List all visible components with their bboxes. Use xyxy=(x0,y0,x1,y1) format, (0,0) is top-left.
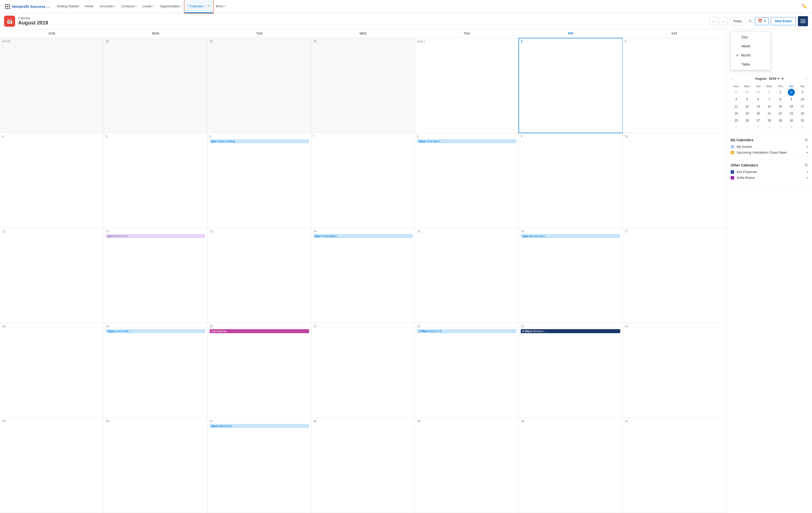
calendar-cell[interactable]: 17 xyxy=(622,228,726,323)
calendar-cell[interactable]: 161pm Annual repor... xyxy=(519,228,622,323)
cal-item-chevron[interactable]: ▾ xyxy=(807,151,808,154)
calendar-cell[interactable]: 21 xyxy=(311,323,415,418)
mini-cal-day[interactable]: 4 xyxy=(733,96,740,103)
calendar-cell[interactable]: 29 xyxy=(104,38,208,133)
calendar-cell[interactable]: 30 xyxy=(519,418,622,513)
calendar-event[interactable]: 2pm Team meeting xyxy=(210,139,309,143)
calendar-event[interactable]: 10am Block time: ... xyxy=(210,424,309,428)
mini-cal-day[interactable]: 3 xyxy=(799,89,806,96)
calendar-cell[interactable]: 29 xyxy=(415,418,519,513)
calendar-cell[interactable]: Aug 1 xyxy=(415,38,519,133)
calendar-cell[interactable]: 28 xyxy=(311,418,415,513)
calendar-cell[interactable]: 10 xyxy=(622,133,726,228)
calendar-cell[interactable]: 25 xyxy=(0,418,104,513)
mini-cal-day[interactable]: 8 xyxy=(777,96,784,103)
calendar-event[interactable]: 1pm Annual repor... xyxy=(521,234,620,238)
mini-cal-day[interactable]: 7 xyxy=(766,96,773,103)
mini-cal-day[interactable]: 31 xyxy=(799,117,806,124)
calendar-cell[interactable]: 30 xyxy=(208,38,311,133)
cal-item-chevron[interactable]: ▾ xyxy=(807,170,808,174)
calendar-cell[interactable]: 5 xyxy=(104,133,208,228)
calendar-event[interactable]: 7:30am Early in! E... xyxy=(417,329,517,333)
other-calendars-gear[interactable]: ⚙ xyxy=(805,163,808,167)
mini-cal-day[interactable]: 20 xyxy=(755,110,762,117)
mini-cal-day[interactable]: 9 xyxy=(788,96,795,103)
mini-cal-day[interactable]: 2 xyxy=(788,89,795,96)
mini-cal-day[interactable]: 24 xyxy=(799,110,806,117)
view-option-month[interactable]: Month xyxy=(731,51,771,60)
nav-item-leads[interactable]: Leads▾ xyxy=(140,0,157,13)
mini-cal-day[interactable]: 7 xyxy=(799,124,806,131)
today-button[interactable]: Today xyxy=(729,17,746,25)
calendar-cell[interactable]: Jul 28 xyxy=(0,38,104,133)
nav-item-gettingstarted[interactable]: Getting Started xyxy=(54,0,82,13)
mini-cal-day[interactable]: 17 xyxy=(799,103,806,110)
calendar-cell[interactable]: 31 xyxy=(311,38,415,133)
mini-cal-day[interactable]: 28 xyxy=(766,117,773,124)
mini-cal-next[interactable]: › xyxy=(805,75,808,82)
calendar-cell[interactable]: 20Call Bullards xyxy=(208,323,311,418)
view-option-week[interactable]: Week xyxy=(731,42,771,51)
mini-cal-day[interactable]: 22 xyxy=(777,110,784,117)
calendar-event[interactable]: 3pm Presentation ... xyxy=(313,234,413,238)
calendar-cell[interactable]: 2 xyxy=(519,38,622,133)
nav-item-contacts[interactable]: Contacts▾ xyxy=(118,0,140,13)
calendar-cell[interactable]: 121pm Team lunch xyxy=(104,228,208,323)
mini-cal-day[interactable]: 12 xyxy=(744,103,751,110)
view-selector-button[interactable]: 📅 ▾ xyxy=(755,17,768,25)
calendar-cell[interactable]: 2710am Block time: ... xyxy=(208,418,311,513)
mini-cal-day[interactable]: 18 xyxy=(733,110,740,117)
menu-button[interactable] xyxy=(798,16,808,26)
mini-cal-day[interactable]: 14 xyxy=(766,103,773,110)
view-option-day[interactable]: Day xyxy=(731,32,771,42)
cal-item-chevron[interactable]: ▾ xyxy=(807,176,808,180)
edit-icon[interactable]: ✏️ xyxy=(800,2,809,11)
calendar-event[interactable]: Call Bullards xyxy=(210,329,309,333)
mini-cal-day[interactable]: 30 xyxy=(788,117,795,124)
nav-item-more[interactable]: More▾ xyxy=(213,0,229,13)
calendar-cell[interactable]: 24 xyxy=(622,323,726,418)
calendar-cell[interactable]: 810am Time block ... xyxy=(415,133,519,228)
cal-item-chevron[interactable]: ▾ xyxy=(807,145,808,148)
calendar-cell[interactable]: 227:30am Early in! E... xyxy=(415,323,519,418)
mini-cal-day[interactable]: 2 xyxy=(744,124,751,131)
nav-item-home[interactable]: Home xyxy=(82,0,97,13)
mini-cal-day[interactable]: 31 xyxy=(766,89,773,96)
nav-item-opportunities[interactable]: Opportunities▾ xyxy=(157,0,185,13)
next-button[interactable]: › xyxy=(719,17,727,25)
calendar-cell[interactable]: 143pm Presentation ... xyxy=(311,228,415,323)
mini-cal-day[interactable]: 1 xyxy=(777,89,784,96)
mini-cal-day[interactable]: 29 xyxy=(744,89,751,96)
calendar-event[interactable]: 5:30pm Women i... xyxy=(521,329,620,333)
prev-button[interactable]: ‹ xyxy=(709,17,717,25)
mini-cal-day[interactable]: 10 xyxy=(799,96,806,103)
mini-cal-day[interactable]: 6 xyxy=(788,124,795,131)
app-launcher-icon[interactable] xyxy=(3,2,12,11)
calendar-cell[interactable]: 18 xyxy=(0,323,104,418)
nav-item-accounts[interactable]: Accounts▾ xyxy=(96,0,118,13)
nav-item-close[interactable]: ✕ xyxy=(207,4,210,8)
mini-cal-day[interactable]: 28 xyxy=(733,89,740,96)
mini-cal-day[interactable]: 21 xyxy=(766,110,773,117)
my-calendars-gear[interactable]: ⚙ xyxy=(805,137,808,142)
calendar-cell[interactable]: 31 xyxy=(622,418,726,513)
nav-item-calendar[interactable]: * Calendar▾✕ xyxy=(185,0,213,13)
refresh-button[interactable]: ↻ xyxy=(748,18,753,24)
mini-cal-day[interactable]: 13 xyxy=(755,103,762,110)
calendar-cell[interactable]: 15 xyxy=(415,228,519,323)
mini-cal-prev[interactable]: ‹ xyxy=(731,75,734,82)
new-event-button[interactable]: New Event xyxy=(771,17,796,25)
mini-cal-day[interactable]: 19 xyxy=(744,110,751,117)
mini-cal-year-select[interactable]: 201920202018 xyxy=(768,76,780,81)
view-option-table[interactable]: Table xyxy=(731,60,771,69)
mini-cal-day[interactable]: 26 xyxy=(744,117,751,124)
calendar-cell[interactable]: 9 xyxy=(519,133,622,228)
mini-cal-day[interactable]: 1 xyxy=(733,124,740,131)
mini-cal-day[interactable]: 16 xyxy=(788,103,795,110)
calendar-cell[interactable]: 235:30pm Women i... xyxy=(519,323,622,418)
calendar-cell[interactable]: 7 xyxy=(311,133,415,228)
calendar-event[interactable]: 10am Time block ... xyxy=(417,139,517,143)
calendar-cell[interactable]: 3 xyxy=(622,38,726,133)
mini-cal-day[interactable]: 25 xyxy=(733,117,740,124)
calendar-cell[interactable]: 13 xyxy=(208,228,311,323)
